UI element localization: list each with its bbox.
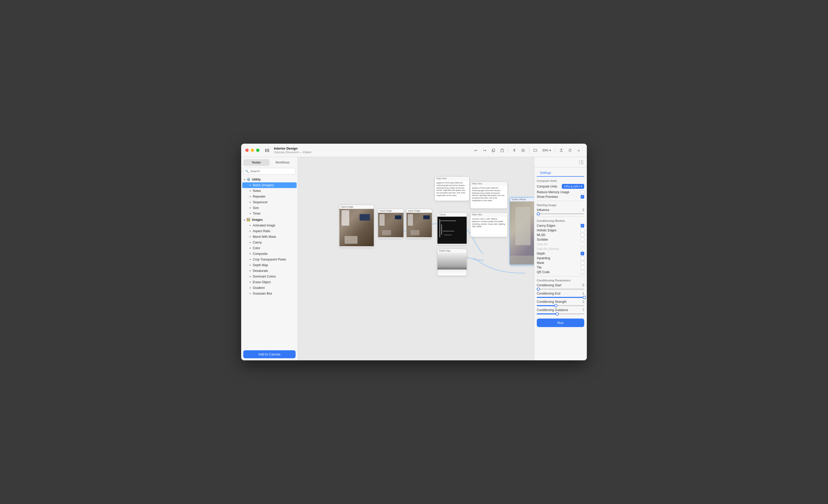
group-images: ▾ 🖼️ Images ✦ Animated Image ✦ Aspect Ra… bbox=[241, 217, 298, 296]
node-plain-text-3[interactable]: Plain Text luxurious, warm, rustic, flaw… bbox=[470, 213, 508, 237]
group-label: Images bbox=[252, 218, 262, 221]
mlsd-checkbox[interactable] bbox=[581, 233, 584, 237]
qr-code-checkbox[interactable] bbox=[581, 270, 584, 274]
mask-checkbox[interactable] bbox=[581, 261, 584, 265]
node-canny[interactable]: Canny bbox=[437, 213, 467, 245]
sidebar-item-aspect-ratio[interactable]: ✦ Aspect Ratio bbox=[242, 228, 297, 234]
conditioning-end-row: Conditioning End 1 bbox=[537, 292, 584, 295]
node-icon: ✦ bbox=[249, 281, 251, 284]
sidebar-item-blend-with-mask[interactable]: ✦ Blend With Mask bbox=[242, 234, 297, 240]
node-icon: ✦ bbox=[249, 264, 251, 267]
item-label: Repeater bbox=[253, 195, 265, 198]
conditioning-strength-slider[interactable] bbox=[537, 305, 584, 306]
compute-units-row: Compute Units CPU & GPU ▾ bbox=[537, 184, 584, 189]
conditioning-guidance-value: 7 bbox=[579, 308, 584, 312]
group-utility-header[interactable]: ▾ ⚙️ Utility bbox=[241, 177, 298, 182]
share-button[interactable] bbox=[557, 146, 565, 154]
play-button[interactable] bbox=[519, 146, 527, 154]
tab-settings[interactable]: Settings bbox=[537, 169, 554, 177]
item-label: Timer bbox=[253, 212, 260, 215]
conditioning-guidance-thumb[interactable] bbox=[555, 312, 559, 316]
conditioning-start-slider[interactable] bbox=[537, 289, 584, 290]
minimize-button[interactable] bbox=[251, 149, 254, 152]
influence-slider[interactable] bbox=[537, 213, 584, 214]
conditioning-end-thumb[interactable] bbox=[583, 296, 586, 299]
depth-label: Depth bbox=[537, 252, 545, 255]
sidebar-item-size[interactable]: ✦ Size bbox=[242, 205, 297, 211]
close-button[interactable] bbox=[245, 149, 249, 152]
search-input[interactable] bbox=[243, 168, 296, 175]
run-button[interactable]: Run bbox=[537, 319, 584, 327]
add-to-canvas-button[interactable]: Add to Canvas bbox=[243, 350, 296, 358]
reduce-memory-checkbox[interactable] bbox=[581, 191, 584, 194]
compute-units-select[interactable]: CPU & GPU ▾ bbox=[562, 184, 584, 189]
right-panel: Settings Compute Units Compute Units CPU… bbox=[534, 157, 587, 360]
compute-units-label: Compute Units bbox=[537, 185, 557, 188]
sidebar-item-sequencer[interactable]: ✦ Sequencer bbox=[242, 199, 297, 205]
node-plain-text-2[interactable]: Plain Text gorgeous French grain bathroo… bbox=[470, 181, 508, 209]
depth-checkbox[interactable] bbox=[581, 252, 584, 255]
tab-workflows[interactable]: Workflows bbox=[270, 159, 296, 166]
redo-button[interactable]: ↪ bbox=[481, 146, 489, 154]
sidebar-item-desaturate[interactable]: ✦ Desaturate bbox=[242, 268, 297, 274]
node-title: Canny bbox=[438, 213, 467, 217]
conditioning-guidance-slider[interactable] bbox=[537, 313, 584, 314]
panel-toggle-button[interactable] bbox=[578, 159, 585, 166]
node-input-image-3[interactable]: Input Image bbox=[406, 209, 432, 238]
item-label: Canny bbox=[253, 241, 262, 244]
svg-rect-3 bbox=[267, 151, 269, 152]
sidebar-item-repeater[interactable]: ✦ Repeater bbox=[242, 194, 297, 199]
sidebar-item-gradient[interactable]: ✦ Gradient bbox=[242, 285, 297, 291]
tile-checkbox[interactable] bbox=[581, 266, 584, 269]
conditioning-end-slider[interactable] bbox=[537, 297, 584, 298]
node-stable-diffuse[interactable]: Stable Diffuse bbox=[509, 197, 534, 265]
sidebar-item-color[interactable]: ✦ Color bbox=[242, 245, 297, 251]
document-title: Interior Design bbox=[274, 146, 311, 151]
more-button[interactable]: » bbox=[575, 146, 583, 154]
node-depth-map[interactable]: Depth Map bbox=[437, 249, 467, 276]
sidebar-item-erase-object[interactable]: ✦ Erase Object bbox=[242, 279, 297, 285]
maximize-button[interactable] bbox=[256, 149, 259, 152]
delete-button[interactable] bbox=[510, 146, 518, 154]
canvas-area[interactable]: Input Image Input Image Inp bbox=[298, 157, 534, 360]
inpainting-checkbox[interactable] bbox=[581, 256, 584, 260]
sidebar-toggle-button[interactable] bbox=[263, 147, 271, 154]
scribble-checkbox[interactable] bbox=[581, 238, 584, 242]
holistic-edges-checkbox[interactable] bbox=[581, 228, 584, 232]
separator3 bbox=[555, 148, 555, 153]
fit-button[interactable] bbox=[531, 146, 539, 154]
show-previews-checkbox[interactable] bbox=[581, 195, 584, 199]
paste-button[interactable] bbox=[498, 146, 506, 154]
copy-button[interactable] bbox=[490, 146, 497, 154]
line-art-row: Line Art bbox=[537, 243, 584, 246]
influence-slider-thumb[interactable] bbox=[537, 212, 540, 215]
sidebar-item-notes[interactable]: ✦ Notes bbox=[242, 188, 297, 194]
undo-button[interactable]: ↩ bbox=[472, 146, 480, 154]
conditioning-strength-fill bbox=[537, 305, 556, 306]
node-icon: ✦ bbox=[249, 275, 251, 278]
sidebar-item-timer[interactable]: ✦ Timer bbox=[242, 211, 297, 216]
sidebar-item-canny[interactable]: ✦ Canny bbox=[242, 240, 297, 245]
group-images-header[interactable]: ▾ 🖼️ Images bbox=[241, 217, 298, 222]
node-plain-text-1[interactable]: Plain Text gorgeous French grain bathroo… bbox=[434, 176, 469, 201]
refresh-button[interactable] bbox=[566, 146, 574, 154]
sidebar-item-animated-image[interactable]: ✦ Animated Image bbox=[242, 222, 297, 228]
conditioning-start-thumb[interactable] bbox=[537, 288, 540, 291]
divider-3 bbox=[537, 276, 584, 276]
svg-rect-5 bbox=[493, 149, 495, 151]
line-art-anime-checkbox[interactable] bbox=[581, 247, 584, 251]
node-input-image-1[interactable]: Input Image bbox=[339, 205, 374, 247]
sidebar-item-batch-images[interactable]: ✦ Batch (Images) bbox=[242, 182, 297, 188]
line-art-checkbox[interactable] bbox=[581, 243, 584, 246]
sidebar-item-depth-map[interactable]: ✦ Depth Map bbox=[242, 262, 297, 268]
node-input-image-2[interactable]: Input Image bbox=[378, 209, 404, 238]
sidebar-item-dominant-colors[interactable]: ✦ Dominant Colors bbox=[242, 274, 297, 279]
sidebar-item-crop-transparent[interactable]: ✦ Crop Transparent Pixels bbox=[242, 257, 297, 262]
item-label: Blend With Mask bbox=[253, 235, 276, 239]
conditioning-strength-thumb[interactable] bbox=[554, 304, 557, 307]
sidebar-item-composite[interactable]: ✦ Composite bbox=[242, 251, 297, 257]
sidebar-item-guassian-blur[interactable]: ✦ Guassian Blur bbox=[242, 291, 297, 296]
zoom-control[interactable]: 30% ▾ bbox=[540, 148, 553, 153]
canny-edges-checkbox[interactable] bbox=[581, 224, 584, 227]
tab-nodes[interactable]: Nodes bbox=[243, 159, 270, 166]
